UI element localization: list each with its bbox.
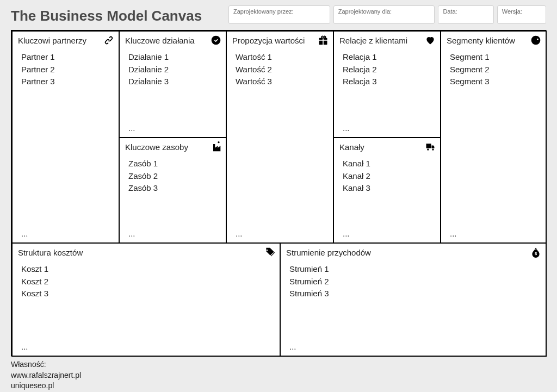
- more-indicator: ...: [21, 342, 28, 351]
- block-items: Strumień 1 Strumień 2 Strumień 3: [281, 260, 546, 300]
- user-head-icon: [530, 35, 541, 46]
- block-cost-structure[interactable]: Struktura kosztów Koszt 1 Koszt 2 Koszt …: [11, 242, 281, 357]
- list-item: Relacja 1: [343, 51, 435, 64]
- block-title: Propozycja wartości: [232, 36, 305, 45]
- tags-icon: [264, 247, 275, 258]
- list-item: Koszt 3: [21, 288, 274, 300]
- truck-icon: [425, 141, 436, 152]
- canvas: Kluczowi partnerzy Partner 1 Partner 2 P…: [11, 30, 546, 356]
- more-indicator: ...: [343, 123, 350, 133]
- list-item: Kanał 1: [343, 158, 435, 170]
- block-items: Partner 1 Partner 2 Partner 3: [13, 48, 119, 88]
- list-item: Segment 1: [450, 51, 540, 64]
- list-item: Strumień 1: [289, 263, 540, 276]
- money-bag-icon: $: [530, 247, 541, 258]
- list-item: Wartość 1: [236, 51, 327, 64]
- block-items: Zasób 1 Zasób 2 Zasób 3: [120, 154, 226, 195]
- more-indicator: ...: [236, 229, 243, 238]
- meta-date[interactable]: Data:: [438, 5, 493, 24]
- block-title: Strumienie przychodów: [286, 248, 371, 257]
- list-item: Wartość 3: [236, 76, 327, 88]
- list-item: Relacja 3: [343, 76, 435, 88]
- block-items: Działanie 1 Działanie 2 Działanie 3: [120, 48, 226, 88]
- svg-point-1: [212, 36, 221, 45]
- block-key-activities[interactable]: Kluczowe działania Działanie 1 Działanie…: [119, 30, 227, 138]
- list-item: Strumień 2: [289, 276, 540, 288]
- block-customer-relations[interactable]: Relacje z klientami Relacja 1 Relacja 2 …: [333, 30, 441, 138]
- block-title: Relacje z klientami: [339, 36, 407, 45]
- more-indicator: ...: [128, 229, 135, 238]
- list-item: Partner 2: [21, 64, 113, 76]
- list-item: Wartość 2: [236, 64, 327, 76]
- list-item: Działanie 1: [128, 51, 220, 64]
- list-item: Działanie 3: [128, 76, 220, 88]
- more-indicator: ...: [343, 229, 350, 238]
- more-indicator: ...: [289, 342, 296, 351]
- list-item: Segment 2: [450, 64, 540, 76]
- owner-label: Własność:: [11, 359, 546, 370]
- meta-row: Zaprojektowany przez: Zaprojektowany dla…: [228, 5, 546, 24]
- block-items: Segment 1 Segment 2 Segment 3: [441, 48, 546, 88]
- page: The Business Model Canvas Zaprojektowany…: [0, 0, 557, 392]
- block-customer-segments[interactable]: Segmenty klientów Segment 1 Segment 2 Se…: [440, 30, 547, 244]
- list-item: Partner 3: [21, 76, 113, 88]
- heart-icon: [425, 35, 436, 46]
- list-item: Kanał 2: [343, 170, 435, 183]
- page-title: The Business Model Canvas: [11, 5, 218, 24]
- gift-icon: [318, 35, 329, 46]
- list-item: Koszt 2: [21, 276, 274, 288]
- list-item: Zasób 2: [128, 170, 220, 183]
- block-items: Koszt 1 Koszt 2 Koszt 3: [13, 260, 280, 300]
- more-indicator: ...: [21, 229, 28, 238]
- link-icon: [103, 35, 114, 46]
- block-title: Kluczowe zasoby: [125, 142, 188, 152]
- footer: Własność: www.rafalszrajnert.pl uniquese…: [11, 359, 546, 391]
- block-value-proposition[interactable]: Propozycja wartości Wartość 1 Wartość 2 …: [226, 30, 334, 244]
- factory-icon: [211, 141, 221, 152]
- meta-version[interactable]: Wersja:: [497, 5, 546, 24]
- svg-point-2: [531, 36, 541, 45]
- list-item: Kanał 3: [343, 182, 435, 195]
- svg-point-3: [537, 39, 539, 40]
- block-items: Wartość 1 Wartość 2 Wartość 3: [227, 48, 333, 88]
- list-item: Partner 1: [21, 51, 113, 64]
- block-title: Kluczowe działania: [125, 36, 195, 45]
- list-item: Zasób 3: [128, 182, 220, 195]
- list-item: Strumień 3: [289, 288, 540, 300]
- meta-designed-for[interactable]: Zaprojektowany dla:: [333, 5, 435, 24]
- more-indicator: ...: [128, 123, 135, 133]
- block-title: Struktura kosztów: [18, 248, 83, 257]
- list-item: Koszt 1: [21, 263, 274, 276]
- block-items: Kanał 1 Kanał 2 Kanał 3: [334, 154, 440, 195]
- more-indicator: ...: [450, 229, 457, 238]
- footer-line: uniqueseo.pl: [11, 381, 546, 391]
- list-item: Zasób 1: [128, 158, 220, 170]
- check-circle-icon: [211, 35, 221, 46]
- block-title: Kanały: [339, 142, 364, 152]
- list-item: Segment 3: [450, 76, 540, 88]
- header: The Business Model Canvas Zaprojektowany…: [11, 5, 546, 24]
- block-title: Segmenty klientów: [447, 36, 515, 45]
- meta-designed-by[interactable]: Zaprojektowany przez:: [228, 5, 330, 24]
- block-key-resources[interactable]: Kluczowe zasoby Zasób 1 Zasób 2 Zasób 3 …: [119, 137, 227, 244]
- list-item: Działanie 2: [128, 64, 220, 76]
- block-items: Relacja 1 Relacja 2 Relacja 3: [334, 48, 440, 88]
- block-key-partners[interactable]: Kluczowi partnerzy Partner 1 Partner 2 P…: [11, 30, 120, 244]
- block-revenue-streams[interactable]: Strumienie przychodów $ Strumień 1 Strum…: [280, 242, 547, 357]
- block-channels[interactable]: Kanały Kanał 1 Kanał 2 Kanał 3 ...: [333, 137, 441, 244]
- block-title: Kluczowi partnerzy: [18, 36, 86, 45]
- footer-line: www.rafalszrajnert.pl: [11, 370, 546, 381]
- list-item: Relacja 2: [343, 64, 435, 76]
